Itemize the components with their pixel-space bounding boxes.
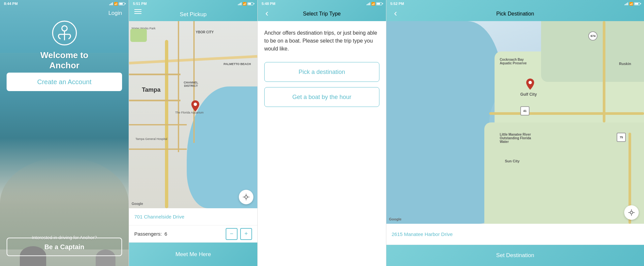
wifi-icon: 📶 — [242, 2, 246, 6]
passenger-count: 6 — [165, 231, 167, 237]
crosshair-icon — [628, 209, 635, 216]
status-icons: 📶 — [625, 2, 640, 6]
road-674 — [603, 21, 605, 122]
decrement-button[interactable]: − — [226, 228, 238, 240]
create-account-button[interactable]: Create an Account — [7, 73, 122, 91]
logo-area: Welcome to Anchor — [32, 20, 97, 71]
signal-icon — [238, 2, 242, 5]
hospital-label: Tampa General Hospital — [135, 137, 167, 141]
screen-set-pickup: 5:51 PM 📶 Set Pickup — [129, 0, 257, 266]
anchor-logo — [51, 20, 78, 46]
passengers-row: Passengers: 6 − + — [129, 225, 257, 243]
status-time: 5:51 PM — [133, 2, 147, 6]
battery-icon — [247, 2, 253, 5]
status-bar: 8:44 PM 📶 — [0, 0, 129, 7]
header-title: Select Trip Type — [303, 11, 340, 17]
status-time: 8:44 PM — [4, 2, 18, 6]
increment-button[interactable]: + — [240, 228, 252, 240]
destination-address-row — [386, 224, 644, 245]
destination-bottom: Set Destination — [386, 224, 644, 266]
set-destination-button[interactable]: Set Destination — [386, 245, 644, 266]
destination-map[interactable]: 674 75 41 Cockroach Bay Aquatic Preserve… — [386, 21, 644, 224]
tampa-label: Tampa — [142, 86, 161, 93]
google-logo: Google — [389, 217, 402, 221]
land3 — [541, 21, 644, 82]
back-button[interactable] — [262, 8, 272, 18]
signal-icon — [109, 2, 113, 5]
ruskin-label: Ruskin — [619, 62, 631, 66]
svg-point-4 — [194, 103, 197, 106]
crosshair-icon — [243, 194, 249, 200]
svg-point-5 — [245, 196, 247, 198]
battery-icon — [376, 2, 382, 5]
road-shield-75: 75 — [617, 133, 626, 142]
status-bar: 5:51 PM 📶 — [129, 0, 257, 7]
gulf-city-label: Gulf City — [520, 92, 537, 97]
manatee-label: Little Manatee River Outstanding Florida… — [500, 133, 539, 144]
google-logo: Google — [132, 202, 143, 206]
status-icons: 📶 — [238, 2, 253, 6]
status-icons: 📶 — [109, 2, 125, 6]
pick-destination-button[interactable]: Pick a destination — [264, 62, 379, 82]
header-title: Set Pickup — [180, 11, 207, 18]
screen-welcome: 8:44 PM 📶 Login Welcome to Anchor — [0, 0, 129, 266]
status-bar: 5:48 PM 📶 — [258, 0, 386, 7]
battery-icon — [634, 2, 640, 5]
destination-map-marker — [526, 78, 535, 91]
wifi-icon: 📶 — [371, 2, 375, 6]
road-h1 — [129, 74, 180, 75]
passengers-label: Passengers: 6 — [134, 231, 226, 237]
destination-address-input[interactable] — [392, 231, 639, 237]
svg-point-11 — [630, 211, 633, 214]
location-button[interactable] — [239, 190, 253, 204]
address-input[interactable] — [134, 214, 252, 219]
ybor-label: YBOR CITY — [196, 30, 213, 34]
palmetto-label: PALMETTO BEACH — [223, 62, 251, 66]
park-area — [130, 29, 147, 42]
signal-icon — [625, 2, 628, 5]
back-button[interactable] — [390, 8, 401, 18]
get-boat-by-hour-button[interactable]: Get a boat by the hour — [264, 87, 379, 107]
address-row — [129, 208, 257, 225]
road-shield-41: 41 — [520, 106, 530, 116]
pickup-bottom: Passengers: 6 − + Meet Me Here — [129, 208, 257, 266]
road-h2 — [129, 100, 180, 101]
sun-city-label: Sun City — [505, 159, 520, 163]
battery-icon — [119, 2, 125, 5]
welcome-title: Welcome to Anchor — [32, 50, 97, 71]
pickup-map[interactable]: Tampa YBOR CITY CHANNEL DISTRICT PALMETT… — [129, 21, 257, 208]
road-shield-674: 674 — [588, 31, 597, 41]
be-captain-button[interactable]: Be a Captain — [7, 238, 122, 256]
screen-pick-destination: 5:52 PM 📶 Pick Destination — [386, 0, 644, 266]
screen-select-trip: 5:48 PM 📶 Select Trip Type Anchor offers… — [257, 0, 386, 266]
status-time: 5:48 PM — [262, 2, 275, 6]
channel-label: CHANNEL DISTRICT — [178, 81, 204, 87]
trip-description: Anchor offers destination trips, or just… — [264, 29, 379, 53]
passenger-stepper: − + — [226, 228, 252, 240]
svg-point-10 — [529, 81, 532, 84]
meet-me-button[interactable]: Meet Me Here — [129, 243, 257, 266]
wifi-icon: 📶 — [114, 2, 118, 6]
login-link[interactable]: Login — [108, 10, 122, 17]
cockroach-bay-label: Cockroach Bay Aquatic Preserve — [500, 58, 533, 65]
wifi-icon: 📶 — [629, 2, 633, 6]
header-title: Pick Destination — [496, 11, 534, 17]
location-button[interactable] — [624, 205, 639, 220]
pickup-map-marker — [191, 100, 200, 113]
menu-button[interactable] — [134, 9, 142, 14]
svg-point-1 — [62, 26, 67, 31]
status-bar: 5:52 PM 📶 — [386, 0, 644, 7]
road-41 — [489, 112, 644, 115]
signal-icon — [367, 2, 370, 5]
status-time: 5:52 PM — [390, 2, 404, 6]
status-icons: 📶 — [367, 2, 382, 6]
trip-type-content: Anchor offers destination trips, or just… — [258, 21, 386, 266]
